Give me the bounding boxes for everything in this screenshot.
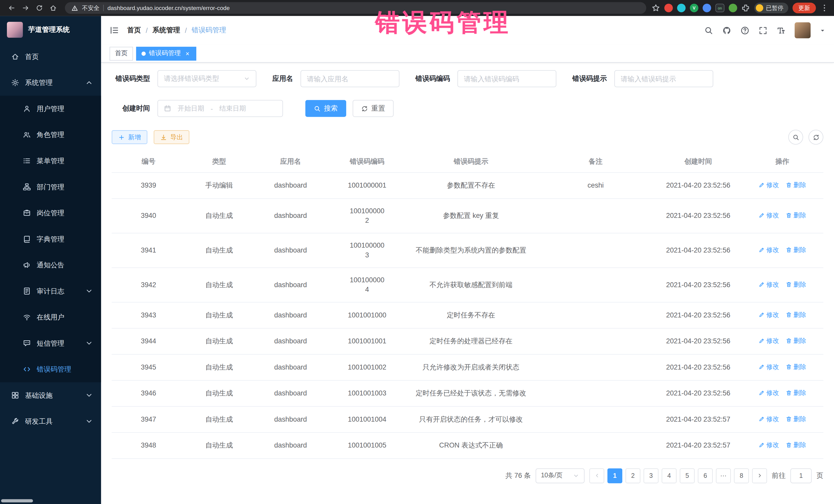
edit-link[interactable]: 修改: [758, 180, 779, 190]
cell-id: 3939: [112, 172, 185, 198]
sidebar-item-label: 首页: [25, 52, 39, 61]
app-name-input[interactable]: [307, 75, 393, 83]
delete-link[interactable]: 删除: [786, 280, 806, 289]
sidebar-item-role[interactable]: 角色管理: [0, 122, 101, 148]
delete-link[interactable]: 删除: [786, 336, 806, 345]
prev-page-button[interactable]: [589, 468, 604, 483]
reset-button[interactable]: 重置: [353, 100, 394, 117]
sidebar-item-online-user[interactable]: 在线用户: [0, 304, 101, 330]
forward-icon[interactable]: [19, 2, 32, 14]
header-search-icon[interactable]: [704, 26, 713, 35]
cell-create-time: 2021-04-20 23:52:56: [655, 354, 741, 380]
sidebar-item-dev-tools[interactable]: 研发工具: [0, 408, 101, 435]
extensions-puzzle-icon[interactable]: [741, 4, 750, 12]
goto-page-input[interactable]: [790, 468, 812, 483]
sidebar-item-sms[interactable]: 短信管理: [0, 330, 101, 356]
github-icon[interactable]: [722, 26, 731, 35]
page-button-4[interactable]: 4: [662, 468, 676, 483]
export-button[interactable]: 导出: [154, 130, 190, 144]
page-button-3[interactable]: 3: [643, 468, 658, 483]
sidebar-item-audit-log[interactable]: 审计日志: [0, 278, 101, 304]
page-button-2[interactable]: 2: [626, 468, 640, 483]
sidebar-item-dict[interactable]: 字典管理: [0, 226, 101, 252]
edit-link[interactable]: 修改: [758, 440, 779, 450]
delete-link[interactable]: 删除: [786, 245, 806, 254]
add-button[interactable]: 新增: [112, 130, 147, 144]
edit-link[interactable]: 修改: [758, 245, 779, 254]
tab-error-code[interactable]: 错误码管理×: [136, 46, 196, 60]
extension-on-badge-icon[interactable]: on: [716, 4, 724, 12]
page-button-5[interactable]: 5: [680, 468, 695, 483]
edit-link[interactable]: 修改: [758, 362, 779, 371]
next-page-button[interactable]: [752, 468, 767, 483]
extension-blue-icon[interactable]: [703, 4, 711, 12]
sidebar-item-post[interactable]: 岗位管理: [0, 200, 101, 226]
sidebar-item-dept[interactable]: 部门管理: [0, 174, 101, 200]
filter-form: 错误码类型 请选择错误码类型 应用名 错误码编码: [112, 70, 823, 117]
date-range-picker[interactable]: 开始日期 - 结束日期: [158, 100, 283, 117]
profile-paused-chip[interactable]: 已暂停: [754, 3, 788, 13]
sidebar-scrollbar[interactable]: [1, 499, 33, 502]
show-search-button[interactable]: [788, 130, 803, 145]
sidebar-item-user[interactable]: 用户管理: [0, 96, 101, 122]
reload-icon[interactable]: [33, 2, 46, 14]
edit-link[interactable]: 修改: [758, 336, 779, 345]
extension-teal-icon[interactable]: [677, 4, 686, 12]
browser-home-icon[interactable]: [47, 2, 60, 14]
sidebar-item-error-code[interactable]: 错误码管理: [0, 356, 101, 382]
extension-leaf-icon[interactable]: [729, 4, 737, 12]
tab-home[interactable]: 首页: [110, 46, 133, 60]
page-size-select[interactable]: 10条/页: [535, 468, 585, 483]
update-button[interactable]: 更新: [792, 3, 816, 13]
edit-link[interactable]: 修改: [758, 388, 779, 397]
delete-link[interactable]: 删除: [786, 180, 806, 190]
fullscreen-icon[interactable]: [759, 26, 768, 35]
gear-icon: [11, 79, 19, 87]
sidebar-logo[interactable]: 芋道管理系统: [0, 16, 101, 44]
sidebar-item-menu[interactable]: 菜单管理: [0, 148, 101, 174]
sidebar-toggle-icon[interactable]: [110, 25, 119, 35]
refresh-table-button[interactable]: [809, 130, 824, 145]
error-type-select[interactable]: 请选择错误码类型: [158, 70, 257, 87]
breadcrumb-item[interactable]: 系统管理: [152, 25, 180, 35]
extension-red-icon[interactable]: [664, 4, 673, 12]
error-code-input[interactable]: [464, 75, 550, 83]
pager-more[interactable]: ···: [716, 468, 731, 483]
delete-link-label: 删除: [793, 336, 806, 345]
browser-menu-kebab-icon[interactable]: [820, 4, 829, 12]
delete-link[interactable]: 删除: [786, 414, 806, 423]
delete-link[interactable]: 删除: [786, 440, 806, 450]
sidebar-item-home[interactable]: 首页: [0, 44, 101, 70]
error-hint-input[interactable]: [621, 75, 707, 83]
error-code-table: 编号类型应用名错误码编码错误码提示备注创建时间操作 3939手动编辑dashbo…: [112, 151, 823, 458]
font-size-icon[interactable]: [776, 26, 786, 35]
cell-error-code: 1001001000: [328, 302, 406, 328]
help-icon[interactable]: [740, 26, 749, 35]
edit-link[interactable]: 修改: [758, 414, 779, 423]
delete-link[interactable]: 删除: [786, 388, 806, 397]
breadcrumb-item[interactable]: 首页: [127, 25, 141, 35]
search-button[interactable]: 搜索: [305, 100, 347, 117]
extension-green-icon[interactable]: V: [690, 4, 698, 12]
page-button-8[interactable]: 8: [734, 468, 749, 483]
delete-link[interactable]: 删除: [786, 362, 806, 371]
table-row: 3947自动生成dashboard1001001004只有开启状态的任务，才可以…: [112, 406, 823, 432]
avatar-caret-icon[interactable]: [820, 27, 826, 34]
address-divider: [103, 5, 104, 11]
edit-link[interactable]: 修改: [758, 310, 779, 319]
sidebar-item-notice[interactable]: 通知公告: [0, 252, 101, 278]
column-header: 应用名: [253, 151, 328, 172]
delete-link[interactable]: 删除: [786, 210, 806, 220]
page-button-6[interactable]: 6: [698, 468, 712, 483]
delete-link[interactable]: 删除: [786, 310, 806, 319]
user-avatar[interactable]: [795, 22, 811, 38]
edit-link[interactable]: 修改: [758, 210, 779, 220]
sidebar-item-infra[interactable]: 基础设施: [0, 382, 101, 409]
address-bar[interactable]: 不安全 dashboard.yudao.iocoder.cn/system/er…: [65, 2, 646, 14]
edit-link[interactable]: 修改: [758, 280, 779, 289]
back-icon[interactable]: [5, 2, 18, 14]
sidebar-item-system[interactable]: 系统管理: [0, 69, 101, 96]
bookmark-star-icon[interactable]: [652, 4, 660, 12]
page-button-1[interactable]: 1: [608, 468, 622, 483]
tab-close-icon[interactable]: ×: [184, 50, 191, 57]
